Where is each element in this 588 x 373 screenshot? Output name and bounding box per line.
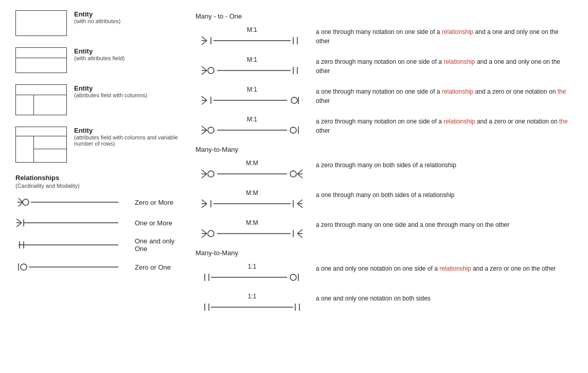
rel-one-or-more-label: One or More <box>135 219 172 227</box>
diagram-mm1-2-label: M:M <box>246 189 258 197</box>
section-many-to-many-1-title: Many-to-Many <box>195 146 573 153</box>
diagram-m1-3-label: M:1 <box>247 86 257 93</box>
diagram-mm1-2-svg: M:M <box>195 189 309 210</box>
diagram-mm1-2-desc: a one through many on both sides of a re… <box>309 189 573 200</box>
diagram-11-2-svg: 1:1 <box>195 293 309 313</box>
svg-point-42 <box>290 127 296 133</box>
diagram-mm1-1-desc: a zero through many on both sides of a r… <box>309 159 573 170</box>
svg-point-45 <box>208 171 214 177</box>
svg-line-17 <box>202 37 207 41</box>
svg-line-2 <box>19 198 23 202</box>
svg-line-31 <box>202 96 207 100</box>
entity-attr-label: Entity (with attributes field) <box>74 47 124 61</box>
diagram-11-2: 1:1 a one and only one notation on both … <box>195 293 573 313</box>
diagram-mm1-3-svg: M:M <box>195 219 309 240</box>
entity-attr-box <box>15 47 67 73</box>
section-many-to-many-2-title: Many-to-Many <box>195 249 573 257</box>
diagram-mm1-1-label: M:M <box>246 159 258 167</box>
svg-line-64 <box>202 229 207 234</box>
svg-point-38 <box>208 127 214 133</box>
svg-line-55 <box>202 204 207 208</box>
svg-line-65 <box>202 234 207 238</box>
diagram-11-1-label: 1:1 <box>248 263 257 270</box>
entity-cols-sub: (attributes field with columns) <box>74 92 147 98</box>
diagram-mm1-3-desc: a zero through many on one side and a on… <box>309 219 573 229</box>
diagram-11-2-desc: a one and only one notation on both side… <box>309 293 573 303</box>
entity-simple-box <box>15 10 67 36</box>
svg-line-7 <box>16 219 22 223</box>
entity-attr-row: Entity (with attributes field) <box>15 47 190 73</box>
rel-zero-or-one-line <box>15 261 129 273</box>
diagram-mm1-2: M:M a o <box>195 189 573 210</box>
svg-line-39 <box>202 126 207 130</box>
section-many-to-one-title: Many - to - One <box>195 12 573 20</box>
rel-zero-or-one: Zero or One <box>15 261 190 273</box>
entity-simple-label: Entity (with no attributes) <box>74 10 120 24</box>
svg-line-46 <box>202 170 207 174</box>
rel-zero-or-one-label: Zero or One <box>135 263 171 271</box>
rel-one-and-only-one-line <box>15 239 129 251</box>
entity-cols-label: Entity (attributes field with columns) <box>74 84 147 98</box>
relationships-subtitle: (Cardinality and Modality) <box>15 183 190 189</box>
svg-point-63 <box>208 230 214 237</box>
section-many-to-one: Many - to - One M:1 <box>195 12 573 136</box>
svg-line-40 <box>202 130 207 134</box>
diagram-m1-4-desc: a zero through many notation on one side… <box>309 116 573 135</box>
svg-line-26 <box>202 70 207 75</box>
entity-simple-sub: (with no attributes) <box>74 18 120 24</box>
diagram-11-1-desc: a one and only one notation on one side … <box>309 263 573 273</box>
left-column: Entity (with no attributes) Entity (with… <box>15 10 190 323</box>
svg-line-8 <box>16 223 22 227</box>
diagram-11-1: 1:1 a one and only one notation on one s… <box>195 263 573 283</box>
entity-rows-box <box>15 127 67 163</box>
desc-highlight: relationship <box>442 28 473 35</box>
diagram-m1-2: M:1 a zero through many notation <box>195 56 573 77</box>
svg-line-67 <box>297 229 302 234</box>
rel-zero-or-more-line <box>15 196 129 208</box>
diagram-11-2-label: 1:1 <box>248 293 257 300</box>
diagram-m1-2-svg: M:1 <box>195 56 309 77</box>
section-many-to-many-1: Many-to-Many M:M <box>195 146 573 240</box>
svg-point-24 <box>208 67 214 74</box>
rel-one-and-only-one-label-wrap: One and only One <box>135 237 174 253</box>
svg-point-14 <box>21 264 27 270</box>
diagram-m1-2-label: M:1 <box>247 56 257 63</box>
section-many-to-many-2: Many-to-Many 1:1 a one an <box>195 249 573 313</box>
svg-line-58 <box>297 200 302 204</box>
diagram-11-1-svg: 1:1 <box>195 263 309 283</box>
svg-point-1 <box>23 199 29 205</box>
svg-line-3 <box>19 202 23 206</box>
entity-rows-row: Entity (attributes field with columns an… <box>15 127 190 163</box>
entity-cols-box <box>15 84 67 115</box>
rel-one-and-only-one-label: One and only <box>135 237 174 245</box>
relationships-title: Relationships <box>15 174 190 182</box>
entity-cols-row: Entity (attributes field with columns) <box>15 84 190 115</box>
diagram-mm1-1: M:M a z <box>195 159 573 180</box>
entity-cols-title: Entity <box>74 84 147 92</box>
diagram-mm1-1-svg: M:M <box>195 159 309 180</box>
entity-rows-title: Entity <box>74 127 190 134</box>
diagram-m1-3-svg: M:1 <box>195 86 309 106</box>
svg-line-68 <box>297 234 302 238</box>
entity-simple-title: Entity <box>74 10 120 18</box>
diagram-mm1-3: M:M a z <box>195 219 573 240</box>
entity-attr-title: Entity <box>74 47 124 55</box>
svg-line-18 <box>202 41 207 45</box>
svg-point-35 <box>291 97 297 103</box>
diagram-m1-4-label: M:1 <box>247 116 257 123</box>
diagram-m1-1-desc: a one through many notation on one side … <box>309 26 573 46</box>
rel-one-or-more: One or More <box>15 217 190 229</box>
relationships-section: Relationships (Cardinality and Modality) <box>15 174 190 273</box>
diagram-m1-4: M:1 a zero through many notation <box>195 116 573 136</box>
rel-one-and-only-one: One and only One <box>15 237 190 253</box>
diagram-m1-1: M:1 a one through many notation o <box>195 26 573 47</box>
svg-line-50 <box>297 170 302 174</box>
diagram-m1-4-svg: M:1 <box>195 116 309 136</box>
diagram-mm1-3-label: M:M <box>246 219 258 226</box>
entity-simple-row: Entity (with no attributes) <box>15 10 190 36</box>
diagram-m1-2-desc: a zero through many notation on one side… <box>309 56 573 76</box>
diagram-m1-1-label: M:1 <box>247 26 257 33</box>
rel-one-and-only-one-label2: One <box>135 245 174 253</box>
svg-line-54 <box>202 200 207 204</box>
svg-line-51 <box>297 174 302 178</box>
